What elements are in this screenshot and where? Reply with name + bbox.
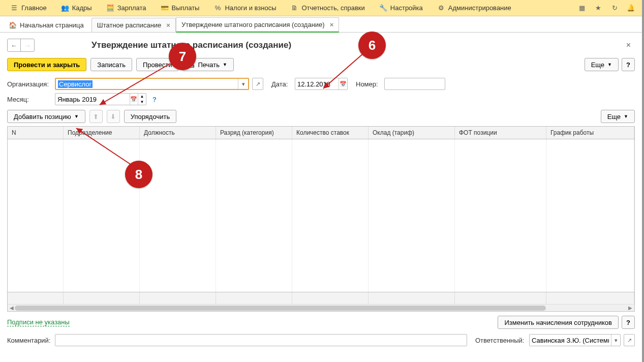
menu-settings-label: Настройка [390,4,423,12]
open-icon[interactable]: ↗ [253,78,263,89]
comment-input[interactable] [55,335,467,346]
home-icon: 🏠 [9,21,17,29]
gear-icon: ⚙ [437,4,445,12]
add-position-label: Добавить позицию [14,113,71,120]
month-input[interactable] [55,94,130,105]
open-icon[interactable]: ↗ [624,335,634,346]
annotation-badge-6: 6 [358,32,386,59]
change-accruals-label: Изменить начисления сотрудников [504,319,612,326]
menu-payments-label: Выплаты [172,4,200,12]
wallet-icon: 💳 [161,4,169,12]
nav-back-button[interactable]: ← [8,39,21,51]
star-icon[interactable]: ★ [590,0,606,16]
close-icon[interactable]: × [330,21,334,28]
dropdown-icon[interactable]: ▾ [238,79,248,89]
wrench-icon: 🔧 [379,4,387,12]
post-and-close-button[interactable]: Провести и закрыть [7,58,86,71]
menu-hr-label: Кадры [72,4,92,12]
menu-taxes-label: Налоги и взносы [225,4,276,12]
chevron-down-icon: ▼ [624,114,628,119]
menu-hr[interactable]: 👥 Кадры [54,0,99,16]
close-page-button[interactable]: × [622,39,635,52]
col-dept[interactable]: Подразделение [64,127,140,139]
number-label: Номер: [356,80,381,88]
col-n[interactable]: N [8,127,64,139]
responsible-label: Ответственный: [475,337,526,344]
help-button[interactable]: ? [622,58,635,71]
tab-home-label: Начальная страница [20,21,84,29]
help-label: ? [626,61,630,69]
move-up-button[interactable]: ⬆ [89,110,103,123]
hamburger-icon: ☰ [10,4,18,12]
post-label: Провести [143,61,172,69]
annotation-badge-8: 8 [125,161,152,188]
grid-body[interactable] [8,139,634,292]
positions-grid: N Подразделение Должность Разряд (катего… [7,126,635,312]
tab-approval[interactable]: Утверждение штатного расписания (создани… [176,17,339,33]
spin-up-icon[interactable]: ▲ [138,94,146,99]
document-icon: 🗎 [291,4,299,12]
col-qty[interactable]: Количество ставок [292,127,369,139]
col-schedule[interactable]: График работы [546,127,634,139]
menu-settings[interactable]: 🔧 Настройка [372,0,430,16]
grid-more-button[interactable]: Еще ▼ [601,110,635,123]
horizontal-scrollbar[interactable]: ◀ ▶ [8,304,634,311]
col-fot[interactable]: ФОТ позиции [455,127,546,139]
print-label: Печать [198,61,220,69]
number-input[interactable] [385,78,445,89]
calculator-icon: 🧮 [106,4,114,12]
menu-admin-label: Администрирование [448,4,511,12]
calendar-icon[interactable]: 📅 [339,78,347,89]
menu-admin[interactable]: ⚙ Администрирование [430,0,518,16]
menu-payments[interactable]: 💳 Выплаты [154,0,207,16]
menu-main[interactable]: ☰ Главное [3,0,54,16]
help-button-2[interactable]: ? [622,316,635,329]
percent-icon: % [213,4,222,12]
chevron-down-icon: ▼ [223,62,227,67]
org-value: Сервислог [58,80,93,88]
org-label: Организация: [7,80,52,88]
help-icon[interactable]: ? [152,96,157,103]
tab-staffing-label: Штатное расписание [97,21,162,29]
history-icon[interactable]: ↻ [606,0,623,16]
close-icon[interactable]: × [166,21,170,29]
month-label: Месяц: [7,96,52,103]
menu-taxes[interactable]: % Налоги и взносы [206,0,283,16]
date-label: Дата: [271,80,292,88]
change-accruals-button[interactable]: Изменить начисления сотрудников [498,316,619,329]
more-label: Еще [591,61,604,69]
date-input[interactable] [295,78,339,89]
menu-salary[interactable]: 🧮 Зарплата [99,0,154,16]
col-position[interactable]: Должность [140,127,216,139]
menu-reports-label: Отчетность, справки [302,4,365,12]
col-grade[interactable]: Разряд (категория) [216,127,292,139]
chevron-down-icon: ▼ [74,114,79,119]
col-salary[interactable]: Оклад (тариф) [369,127,455,139]
people-icon: 👥 [61,4,69,12]
menu-main-label: Главное [21,4,47,12]
menu-reports[interactable]: 🗎 Отчетность, справки [284,0,372,16]
save-button[interactable]: Записать [90,58,132,71]
grid-more-label: Еще [607,113,621,120]
org-input[interactable]: Сервислог [56,79,238,89]
save-label: Записать [97,61,126,69]
nav-forward-button: → [21,39,34,51]
tab-approval-label: Утверждение штатного расписания (создани… [181,21,325,28]
order-button[interactable]: Упорядочить [124,110,176,123]
signatures-link[interactable]: Подписи не указаны [7,318,70,326]
responsible-input[interactable] [530,335,611,346]
spin-down-icon[interactable]: ▼ [138,99,146,105]
add-position-button[interactable]: Добавить позицию ▼ [7,110,85,123]
calendar-icon[interactable]: 📅 [130,94,138,105]
annotation-badge-7: 7 [169,43,196,70]
comment-label: Комментарий: [7,337,52,344]
order-label: Упорядочить [131,113,170,120]
move-down-button[interactable]: ⬇ [107,110,120,123]
tab-staffing[interactable]: Штатное расписание × [91,18,176,32]
more-button[interactable]: Еще ▼ [585,58,619,71]
apps-icon[interactable]: ▦ [574,0,590,16]
dropdown-icon[interactable]: ▾ [611,335,620,346]
tab-home[interactable]: 🏠 Начальная страница [3,18,89,32]
bell-icon[interactable]: 🔔 [623,0,639,16]
menu-salary-label: Зарплата [117,4,146,12]
